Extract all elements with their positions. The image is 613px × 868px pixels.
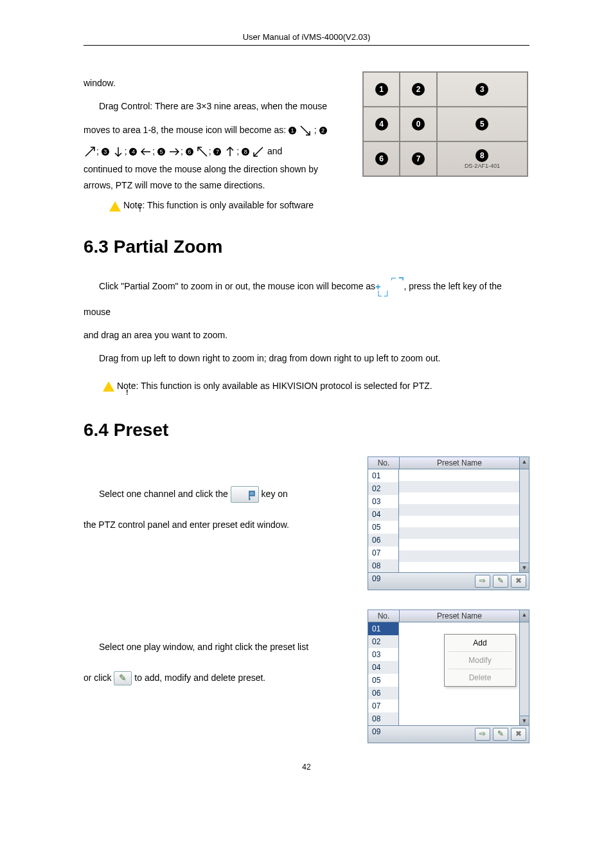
preset-col-no[interactable]: No. xyxy=(368,457,400,469)
grid-cell-3: 3 xyxy=(475,83,488,96)
preset-row[interactable]: 02 xyxy=(368,635,398,648)
preset-col-no[interactable]: No. xyxy=(368,610,400,622)
preset-edit-icon-button[interactable]: ✎ xyxy=(114,671,132,685)
preset-edit-button[interactable]: ✎ xyxy=(493,575,508,588)
grid-cell-1: 1 xyxy=(375,83,388,96)
drag-control-grid: 1 2 3 4 0 5 6 7 8 DS-2AF1-401 xyxy=(362,71,529,177)
preset-goto-button[interactable]: ⇨ xyxy=(475,575,490,588)
menu-add[interactable]: Add xyxy=(445,635,515,651)
preset-row[interactable]: 03 xyxy=(368,648,398,661)
preset-numbers: 01 02 03 04 05 06 07 08 09 xyxy=(368,622,399,725)
preset-row[interactable]: 04 xyxy=(368,661,398,674)
bullet-6: 6 xyxy=(186,148,193,156)
preset-row[interactable]: 04 xyxy=(368,508,398,521)
sec64-p2: the PTZ control panel and enter preset e… xyxy=(84,514,361,536)
sec64-p4: or click ✎ to add, modify and delete pre… xyxy=(84,667,361,689)
bullet-1: 1 xyxy=(289,127,296,134)
page-number: 42 xyxy=(84,763,529,772)
grid-cell-5: 5 xyxy=(475,118,488,131)
cursor-arrow-ne xyxy=(84,145,96,158)
para-cont-b: arrows, PTZ will move to the same direct… xyxy=(84,177,529,194)
bullet-2: 2 xyxy=(319,127,327,134)
sec63-p2: and drag an area you want to zoom. xyxy=(84,323,529,347)
cursor-arrow-sw xyxy=(252,145,265,158)
preset-edit-button[interactable]: ✎ xyxy=(493,728,508,741)
scrollbar[interactable]: ▼ xyxy=(519,622,529,725)
sec63-p1: Click "Partial Zoom" to zoom in or out, … xyxy=(84,273,529,323)
preset-row[interactable]: 02 xyxy=(368,482,398,495)
preset-row[interactable]: 06 xyxy=(368,687,398,700)
grid-cell-8: 8 xyxy=(475,149,488,162)
preset-col-name[interactable]: Preset Name xyxy=(400,610,519,622)
scroll-up-icon[interactable]: ▲ xyxy=(519,610,529,622)
preset-panel-1: No. Preset Name ▲ 01 02 03 04 05 06 07 0… xyxy=(368,457,529,590)
bullet-7: 7 xyxy=(213,148,221,156)
menu-delete[interactable]: Delete xyxy=(445,669,515,686)
grid-cell-0: 0 xyxy=(412,118,425,131)
warning-icon xyxy=(109,201,121,212)
preset-numbers: 01 02 03 04 05 06 07 08 09 xyxy=(368,469,399,572)
preset-row[interactable]: 08 xyxy=(368,559,398,572)
preset-flag-button[interactable] xyxy=(231,486,259,503)
cursor-arrow-s xyxy=(112,145,125,158)
scrollbar[interactable]: ▼ xyxy=(519,469,529,572)
scroll-down-icon[interactable]: ▼ xyxy=(520,716,529,725)
preset-goto-button[interactable]: ⇨ xyxy=(475,728,490,741)
cursor-arrow-e xyxy=(168,145,181,158)
preset-row[interactable]: 05 xyxy=(368,674,398,687)
preset-context-menu: Add Modify Delete xyxy=(444,634,516,687)
grid-cell-7: 7 xyxy=(412,152,425,165)
preset-row[interactable]: 06 xyxy=(368,534,398,547)
zoom-cursor-icon: ⌐ ¬+└ ┘ xyxy=(375,273,404,300)
sec64-p3: Select one play window, and right click … xyxy=(84,637,361,658)
cursor-arrow-se xyxy=(299,124,312,137)
preset-row[interactable]: 01 xyxy=(368,469,398,482)
heading-6-4: 6.4 Preset xyxy=(84,420,529,440)
warning-icon xyxy=(103,381,114,392)
menu-modify[interactable]: Modify xyxy=(445,652,515,669)
grid-cell-8-label: DS-2AF1-401 xyxy=(438,163,526,169)
preset-row[interactable]: 09 xyxy=(368,725,398,738)
cursor-arrow-n xyxy=(224,145,236,158)
note-1: Note: This function is only available fo… xyxy=(123,200,314,210)
cursor-arrow-nw xyxy=(196,145,209,158)
preset-panel-2: No. Preset Name ▲ 01 02 03 04 05 06 07 0… xyxy=(368,610,529,743)
preset-row[interactable]: 05 xyxy=(368,521,398,534)
bullet-4: 4 xyxy=(129,148,137,156)
preset-row-selected[interactable]: 01 xyxy=(368,622,398,635)
preset-row[interactable]: 08 xyxy=(368,712,398,725)
preset-row[interactable]: 09 xyxy=(368,572,398,585)
preset-row[interactable]: 07 xyxy=(368,547,398,559)
preset-row[interactable]: 03 xyxy=(368,495,398,508)
page-header: User Manual of iVMS-4000(V2.03) xyxy=(84,32,529,46)
bullet-3: 3 xyxy=(102,148,109,156)
bullet-8: 8 xyxy=(242,148,249,156)
grid-cell-4: 4 xyxy=(375,118,388,131)
grid-cell-2: 2 xyxy=(412,83,425,96)
sec63-note: Note: This function is only available as… xyxy=(117,381,432,391)
sec64-p1: Select one channel and click the key on xyxy=(84,484,361,505)
svg-point-0 xyxy=(249,498,251,500)
preset-row[interactable]: 07 xyxy=(368,700,398,712)
sec63-p3: Drag from up left to down right to zoom … xyxy=(84,347,529,370)
bullet-5: 5 xyxy=(157,148,165,156)
heading-6-3: 6.3 Partial Zoom xyxy=(84,237,529,257)
preset-col-name[interactable]: Preset Name xyxy=(400,457,519,469)
preset-delete-button[interactable]: ✖ xyxy=(511,575,526,588)
cursor-arrow-w xyxy=(139,145,152,158)
grid-cell-6: 6 xyxy=(375,152,388,165)
scroll-down-icon[interactable]: ▼ xyxy=(520,563,529,572)
scroll-up-icon[interactable]: ▲ xyxy=(519,457,529,469)
preset-delete-button[interactable]: ✖ xyxy=(511,728,526,741)
